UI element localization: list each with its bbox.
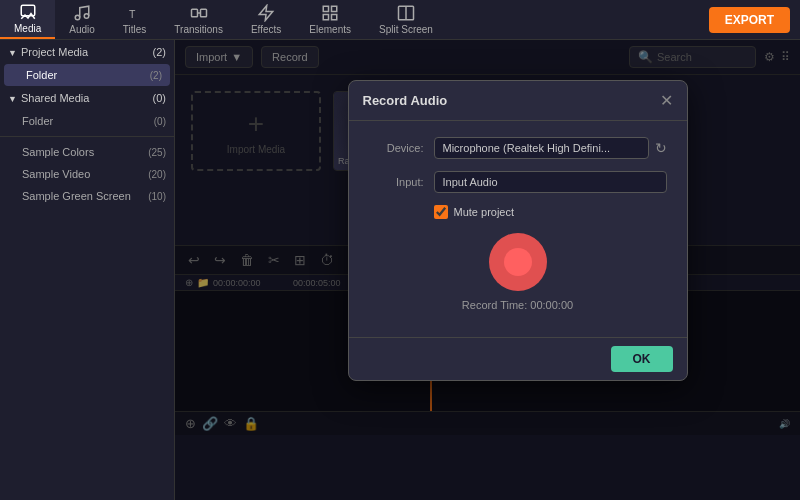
- input-row: Input: Input Audio: [369, 171, 667, 193]
- record-audio-dialog: Record Audio ✕ Device: Microphone (Realt…: [348, 80, 688, 381]
- dialog-body: Device: Microphone (Realtek High Defini.…: [349, 121, 687, 337]
- sidebar-item-sample-green-screen[interactable]: Sample Green Screen (10): [0, 185, 174, 207]
- mute-row: Mute project: [369, 205, 667, 219]
- sidebar-item-folder-project[interactable]: Folder (2): [4, 64, 170, 86]
- svg-point-2: [84, 14, 89, 19]
- tab-titles[interactable]: T Titles: [109, 0, 161, 39]
- record-time-display: Record Time: 00:00:00: [369, 299, 667, 311]
- svg-rect-5: [200, 9, 206, 17]
- svg-text:T: T: [129, 8, 136, 20]
- record-inner-circle: [504, 248, 532, 276]
- svg-rect-4: [191, 9, 197, 17]
- svg-rect-8: [323, 6, 328, 11]
- tab-audio[interactable]: Audio: [55, 0, 109, 39]
- ok-button[interactable]: OK: [611, 346, 673, 372]
- sidebar-divider: [0, 136, 174, 137]
- tab-transitions[interactable]: Transitions: [160, 0, 237, 39]
- sidebar-item-sample-colors[interactable]: Sample Colors (25): [0, 141, 174, 163]
- sidebar-section-project-media[interactable]: ▼Project Media (2): [0, 40, 174, 64]
- sidebar-item-folder-shared[interactable]: Folder (0): [0, 110, 174, 132]
- sidebar-section-shared-media[interactable]: ▼Shared Media (0): [0, 86, 174, 110]
- dialog-overlay: Record Audio ✕ Device: Microphone (Realt…: [175, 40, 800, 500]
- input-select[interactable]: Input Audio: [434, 171, 667, 193]
- device-row: Device: Microphone (Realtek High Defini.…: [369, 137, 667, 159]
- main-layout: ▼Project Media (2) Folder (2) ▼Shared Me…: [0, 40, 800, 500]
- sidebar: ▼Project Media (2) Folder (2) ▼Shared Me…: [0, 40, 175, 500]
- svg-marker-7: [259, 6, 273, 21]
- dialog-header: Record Audio ✕: [349, 81, 687, 121]
- dialog-footer: OK: [349, 337, 687, 380]
- tab-split-screen[interactable]: Split Screen: [365, 0, 447, 39]
- sidebar-item-sample-video[interactable]: Sample Video (20): [0, 163, 174, 185]
- svg-point-1: [75, 15, 80, 20]
- svg-rect-9: [332, 6, 337, 11]
- device-select[interactable]: Microphone (Realtek High Defini...: [434, 137, 649, 159]
- mute-checkbox[interactable]: [434, 205, 448, 219]
- tab-effects[interactable]: Effects: [237, 0, 295, 39]
- refresh-button[interactable]: ↻: [655, 140, 667, 156]
- svg-rect-0: [21, 5, 35, 16]
- record-start-button[interactable]: [489, 233, 547, 291]
- svg-rect-10: [323, 15, 328, 20]
- tab-media[interactable]: Media: [0, 0, 55, 39]
- dialog-close-button[interactable]: ✕: [660, 91, 673, 110]
- tab-elements[interactable]: Elements: [295, 0, 365, 39]
- export-button[interactable]: EXPORT: [709, 7, 790, 33]
- svg-rect-11: [332, 15, 337, 20]
- toolbar: Media Audio T Titles Transitions Effects…: [0, 0, 800, 40]
